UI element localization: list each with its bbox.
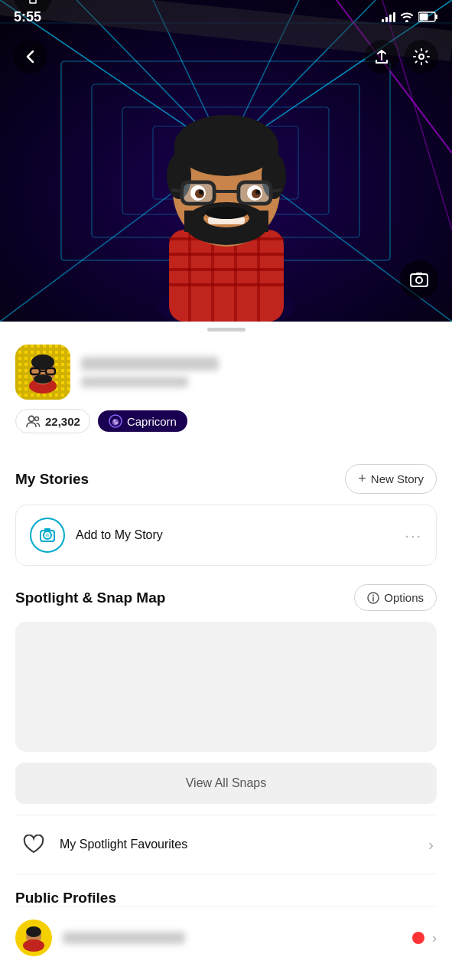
profile-top: [15, 345, 437, 400]
blurred-profile-name: [63, 932, 185, 944]
svg-point-79: [372, 594, 374, 596]
my-stories-header: My Stories + New Story: [15, 464, 437, 494]
drag-handle: [207, 328, 246, 332]
my-stories-title: My Stories: [15, 471, 89, 488]
friends-icon: [25, 413, 41, 429]
friends-count: 22,302: [45, 415, 80, 428]
svg-rect-26: [169, 283, 284, 286]
svg-rect-1: [435, 15, 437, 19]
new-story-button[interactable]: + New Story: [345, 464, 437, 494]
pub-profile-left: [15, 920, 185, 956]
camera-icon-wrap: [30, 518, 65, 553]
public-profiles-title: Public Profiles: [15, 890, 116, 906]
options-button[interactable]: Options: [354, 584, 437, 611]
battery-icon: [418, 11, 438, 22]
fav-label: My Spotlight Favourites: [60, 838, 187, 851]
svg-point-50: [255, 190, 260, 194]
svg-rect-24: [169, 253, 284, 256]
spotlight-title: Spotlight & Snap Map: [15, 590, 165, 606]
zodiac-label: Capricorn: [127, 415, 177, 428]
svg-point-82: [23, 939, 44, 952]
svg-point-49: [199, 190, 203, 194]
svg-point-76: [46, 534, 50, 537]
svg-point-60: [416, 277, 422, 283]
spotlight-header: Spotlight & Snap Map Options: [15, 584, 437, 611]
svg-line-44: [271, 190, 281, 191]
info-icon: [367, 592, 379, 604]
spotlight-empty-area: [15, 622, 437, 752]
fav-left: My Spotlight Favourites: [18, 829, 187, 860]
svg-text:♑: ♑: [112, 418, 119, 426]
svg-point-81: [26, 926, 41, 937]
svg-point-69: [29, 416, 34, 422]
profile-badges: 22,302 ♑ Capricorn: [15, 409, 437, 433]
wifi-icon: [400, 11, 414, 22]
svg-line-43: [171, 190, 182, 191]
new-story-label: New Story: [371, 472, 424, 485]
main-content: My Stories + New Story Add to My Story ·…: [0, 433, 452, 874]
add-to-story-label: Add to My Story: [76, 528, 163, 542]
svg-point-70: [35, 417, 39, 421]
svg-rect-30: [257, 230, 260, 322]
svg-rect-2: [420, 14, 428, 21]
red-indicator-dot: [412, 932, 424, 944]
svg-rect-59: [411, 274, 428, 286]
heart-icon-wrap: [18, 829, 49, 860]
friends-count-badge[interactable]: 22,302: [15, 409, 90, 433]
status-time: 5:55: [14, 9, 41, 25]
public-profiles-section: Public Profiles ›: [0, 890, 452, 969]
back-button[interactable]: [14, 40, 47, 74]
hero-banner: [0, 0, 452, 322]
svg-rect-25: [169, 268, 284, 271]
settings-button[interactable]: [405, 40, 438, 74]
plus-icon: +: [358, 471, 366, 487]
svg-rect-61: [416, 273, 422, 275]
public-profile-avatar: [15, 920, 52, 956]
signal-icon: [382, 11, 395, 22]
share-button[interactable]: [365, 40, 398, 74]
spotlight-favourites-row[interactable]: My Spotlight Favourites ›: [15, 815, 437, 874]
zodiac-badge[interactable]: ♑ Capricorn: [98, 410, 187, 432]
photo-button[interactable]: [400, 260, 438, 299]
status-icons: [382, 11, 438, 22]
view-all-label: View All Snaps: [186, 776, 267, 789]
zodiac-icon: ♑: [109, 414, 122, 428]
arrow-right-icon: ›: [432, 930, 437, 946]
blurred-username: [81, 377, 188, 387]
more-options-dots[interactable]: ···: [405, 527, 422, 544]
camera-icon: [38, 526, 57, 544]
bitmoji-avatar: [119, 61, 333, 322]
options-label: Options: [384, 591, 424, 604]
chevron-right-icon: ›: [428, 836, 434, 854]
svg-rect-35: [174, 144, 278, 167]
public-profile-row[interactable]: ›: [15, 906, 437, 969]
svg-point-56: [205, 207, 248, 219]
add-story-left: Add to My Story: [30, 518, 163, 553]
profile-name-area: [81, 357, 437, 387]
public-profiles-header: Public Profiles: [15, 890, 437, 906]
qr-avatar[interactable]: [15, 345, 70, 400]
svg-rect-27: [188, 230, 191, 322]
svg-rect-75: [44, 528, 50, 531]
heart-icon: [23, 835, 44, 854]
svg-point-57: [419, 54, 424, 59]
svg-point-68: [34, 374, 52, 384]
add-to-story-row[interactable]: Add to My Story ···: [15, 505, 437, 566]
profile-section: 22,302 ♑ Capricorn: [0, 329, 452, 433]
status-bar: 5:55: [0, 0, 452, 34]
view-all-snaps-button[interactable]: View All Snaps: [15, 763, 437, 804]
blurred-display-name: [81, 357, 219, 371]
